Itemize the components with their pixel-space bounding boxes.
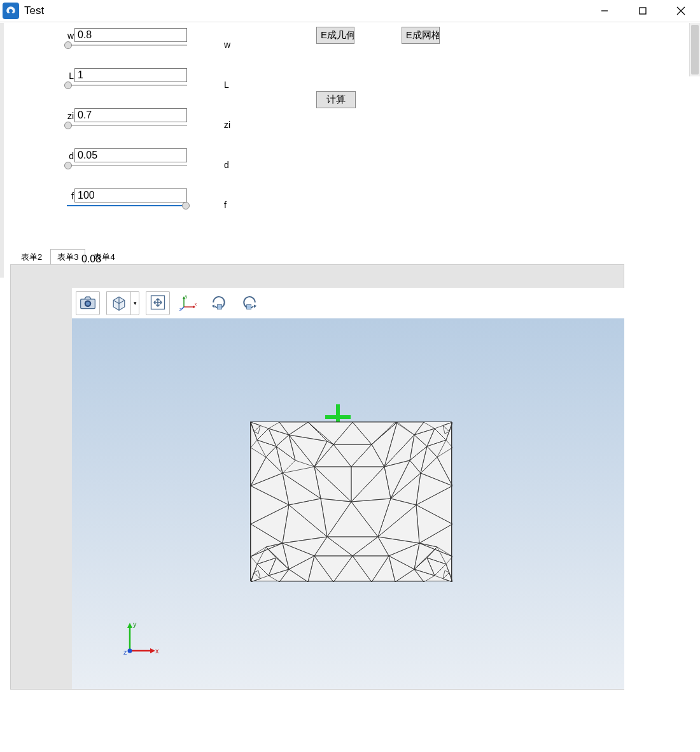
- rotate-ccw-button[interactable]: [237, 291, 262, 315]
- graphics-viewport[interactable]: y x z: [72, 318, 624, 689]
- param-row-d: d d: [0, 147, 668, 178]
- rotate-cw-button[interactable]: [207, 291, 231, 315]
- screenshot-button[interactable]: [76, 291, 100, 315]
- slider-L[interactable]: [67, 85, 187, 86]
- param-row-zi: zi zi: [0, 107, 668, 138]
- vertical-scrollbar[interactable]: [689, 23, 700, 76]
- param-row-w: w w E成几何 E成网格: [0, 27, 668, 57]
- cube-icon: [110, 294, 128, 313]
- chevron-down-icon[interactable]: ▾: [130, 291, 139, 315]
- rotate-ccw-icon: [241, 294, 258, 313]
- input-d[interactable]: [74, 148, 187, 162]
- maximize-button[interactable]: [624, 0, 662, 22]
- svg-text:x: x: [155, 647, 159, 655]
- svg-rect-15: [217, 304, 221, 309]
- rlabel-zi: zi: [224, 120, 230, 130]
- parameter-form: w w E成几何 E成网格 L L 计算 zi zi d d: [0, 27, 668, 227]
- minimize-button[interactable]: [585, 0, 624, 22]
- triad-icon: y x z: [179, 294, 197, 313]
- svg-text:x: x: [195, 301, 197, 306]
- axis-triad: y x z: [118, 618, 163, 662]
- slider-zi[interactable]: [67, 125, 187, 126]
- view-cube-dropdown[interactable]: ▾: [106, 291, 139, 315]
- svg-point-0: [9, 9, 13, 13]
- rlabel-f: f: [224, 200, 227, 210]
- svg-text:z: z: [179, 306, 181, 311]
- mesh-display: [250, 422, 452, 581]
- param-row-f: f f: [0, 187, 668, 218]
- svg-line-11: [181, 307, 184, 309]
- svg-text:y: y: [185, 294, 188, 299]
- close-button[interactable]: [662, 0, 700, 22]
- label-w: w: [61, 31, 74, 41]
- graphics-panel: ▾ y x z: [10, 264, 624, 690]
- slider-w[interactable]: [67, 45, 187, 46]
- slider-f[interactable]: [67, 205, 187, 206]
- zoom-extents-button[interactable]: [146, 291, 170, 315]
- svg-point-19: [128, 649, 132, 653]
- input-L[interactable]: [74, 68, 187, 82]
- window-title: Test: [24, 4, 44, 17]
- svg-text:z: z: [123, 648, 127, 656]
- svg-point-7: [86, 301, 90, 305]
- rlabel-w: w: [224, 39, 230, 50]
- label-zi: zi: [61, 111, 74, 121]
- arrows-out-icon: [149, 294, 167, 313]
- title-bar: Test: [0, 0, 700, 22]
- input-f[interactable]: [74, 188, 187, 202]
- truncated-value: 0.03: [81, 253, 101, 265]
- input-w[interactable]: [74, 28, 187, 42]
- rotate-cw-icon: [210, 294, 228, 313]
- camera-icon: [79, 294, 97, 313]
- generate-mesh-button[interactable]: E成网格: [402, 27, 440, 44]
- input-zi[interactable]: [74, 108, 187, 122]
- label-L: L: [61, 71, 74, 81]
- compute-button[interactable]: 计算: [316, 91, 356, 108]
- label-d: d: [61, 151, 74, 161]
- graphics-toolbar: ▾ y x z: [72, 288, 624, 318]
- rlabel-L: L: [224, 80, 229, 90]
- tab-form3[interactable]: 表单3: [50, 249, 85, 266]
- rlabel-d: d: [224, 160, 229, 170]
- generate-geometry-button[interactable]: E成几何: [316, 27, 354, 44]
- slider-d[interactable]: [67, 165, 187, 166]
- form-tabs: 表单2 表单3 表单4: [14, 252, 123, 266]
- svg-text:y: y: [133, 620, 137, 628]
- svg-rect-2: [640, 8, 646, 14]
- app-icon: [3, 3, 19, 19]
- svg-rect-16: [247, 304, 251, 309]
- label-f: f: [61, 191, 74, 201]
- tab-form2[interactable]: 表单2: [14, 249, 49, 266]
- axis-triad-button[interactable]: y x z: [176, 291, 200, 315]
